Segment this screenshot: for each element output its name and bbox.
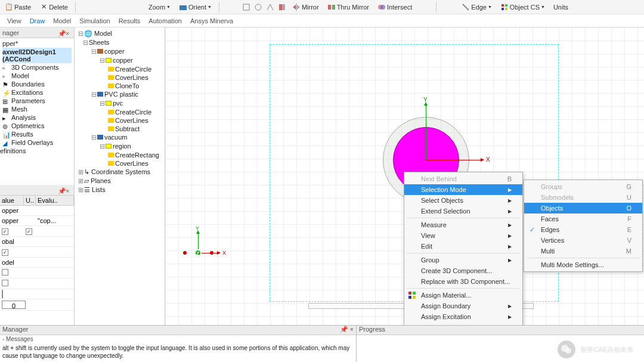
tree-op[interactable]: CreateCircle: [76, 108, 163, 116]
tool-icon[interactable]: [242, 3, 250, 11]
close-icon[interactable]: ×: [66, 187, 72, 193]
orient-button[interactable]: Orient▼: [177, 3, 214, 11]
prop-cell[interactable]: opper: [0, 216, 24, 225]
tree-pvc[interactable]: ⊟PVC plastic: [76, 90, 163, 99]
design-node[interactable]: axwell2DDesign1 (ACCond: [2, 48, 72, 63]
tree-pvc-child[interactable]: ⊟pvc: [76, 99, 163, 108]
tree-coord[interactable]: ⊞↳ Coordinate Systems: [76, 168, 163, 177]
units-button[interactable]: Units: [551, 4, 571, 11]
paste-button[interactable]: 📋Paste: [2, 3, 33, 11]
tree-op[interactable]: CoverLines: [76, 116, 163, 125]
prop-cell[interactable]: [0, 279, 24, 289]
menu-draw[interactable]: Draw: [30, 17, 45, 24]
prop-cell[interactable]: ✓: [0, 247, 24, 257]
close-icon[interactable]: ×: [350, 326, 354, 333]
prop-cell[interactable]: ✓: [24, 226, 36, 236]
mirror-button[interactable]: Mirror: [290, 3, 321, 11]
tool-icon[interactable]: [278, 3, 286, 11]
tree-op[interactable]: Subtract: [76, 125, 163, 133]
checkbox[interactable]: ✓: [2, 249, 8, 256]
col-unit[interactable]: U..: [24, 196, 36, 205]
project-tree[interactable]: pper* axwell2DDesign1 (ACCond ▫3D Compon…: [0, 38, 74, 156]
ctx-select-objects[interactable]: Select Objects▶: [404, 195, 522, 206]
col-value[interactable]: alue: [0, 196, 24, 205]
checkbox[interactable]: ✓: [26, 228, 32, 235]
transparency-field[interactable]: 0: [0, 299, 24, 310]
menu-model[interactable]: Model: [53, 17, 71, 24]
tree-item[interactable]: 📊Results: [2, 130, 72, 138]
tree-op[interactable]: CoverLines: [76, 73, 163, 82]
ctx-assign-material[interactable]: Assign Material...: [404, 290, 522, 301]
intersect-button[interactable]: Intersect: [375, 3, 414, 11]
checkbox[interactable]: [2, 280, 8, 286]
tree-op[interactable]: CoverLines: [76, 159, 163, 168]
sub-multi-settings[interactable]: Multi Mode Settings...: [524, 259, 642, 270]
sub-edges[interactable]: ✓EdgesE: [524, 224, 642, 235]
tree-item[interactable]: ◢Field Overlays: [2, 138, 72, 147]
tree-item[interactable]: ▫3D Components: [2, 63, 72, 72]
delete-button[interactable]: ✕Delete: [37, 3, 70, 11]
tree-item[interactable]: ⚡Excitations: [2, 88, 72, 97]
ctx-group[interactable]: Group▶: [404, 255, 522, 265]
tree-model[interactable]: ⊟🌐 Model: [76, 29, 163, 38]
ctx-assign-excitation[interactable]: Assign Excitation▶: [404, 311, 522, 322]
ctx-assign-boundary[interactable]: Assign Boundary▶: [404, 301, 522, 311]
tree-op[interactable]: CreateRectang: [76, 151, 163, 159]
model-tree[interactable]: ⊟🌐 Model ⊟Sheets ⊟copper ⊟copper CreateC…: [75, 27, 165, 196]
menu-simulation[interactable]: Simulation: [79, 17, 110, 24]
tree-op[interactable]: CloneTo: [76, 82, 163, 90]
sub-faces[interactable]: FacesF: [524, 214, 642, 224]
menu-results[interactable]: Results: [119, 17, 141, 24]
pin-icon[interactable]: 📌: [58, 30, 64, 36]
ctx-create-3d[interactable]: Create 3D Component...: [404, 265, 522, 276]
tool-icon[interactable]: [266, 3, 274, 11]
tree-item[interactable]: ⊚Optimetrics: [2, 122, 72, 130]
tree-item[interactable]: ▫Model: [2, 72, 72, 80]
close-icon[interactable]: ×: [66, 30, 72, 36]
ctx-replace-3d[interactable]: Replace with 3D Component...: [404, 276, 522, 287]
zoom-button[interactable]: Zoom▼: [146, 4, 173, 11]
prop-cell[interactable]: odel: [0, 258, 24, 267]
checkbox[interactable]: ✓: [2, 228, 8, 235]
ctx-measure[interactable]: Measure▶: [404, 219, 522, 230]
col-eval[interactable]: Evalu..: [36, 196, 74, 205]
color-swatch[interactable]: [0, 289, 24, 299]
edge-button[interactable]: Edge▼: [459, 3, 494, 11]
tool-icon[interactable]: [254, 3, 262, 11]
3d-canvas[interactable]: Y X Y X Z Next BehindB Selection Mode▶ S…: [165, 27, 644, 325]
prop-cell[interactable]: opper: [0, 206, 24, 215]
menu-view[interactable]: View: [7, 17, 21, 24]
ctx-extend-selection[interactable]: Extend Selection▶: [404, 206, 522, 216]
project-root[interactable]: pper*: [2, 39, 72, 48]
tree-item[interactable]: ⚑Boundaries: [2, 80, 72, 88]
pin-icon[interactable]: 📌: [58, 187, 64, 193]
tree-region[interactable]: ⊟region: [76, 142, 163, 151]
tree-item[interactable]: efinitions: [0, 147, 72, 155]
tree-op[interactable]: CreateCircle: [76, 65, 163, 73]
prop-cell[interactable]: [0, 268, 24, 278]
tree-sheets[interactable]: ⊟Sheets: [76, 38, 163, 47]
checkbox[interactable]: [2, 269, 8, 276]
sub-multi[interactable]: MultiM: [524, 246, 642, 256]
tree-item[interactable]: ▦Mesh: [2, 105, 72, 113]
thru-mirror-button[interactable]: Thru Mirror: [325, 3, 371, 11]
sub-objects[interactable]: ObjectsO: [524, 203, 642, 214]
ctx-edit[interactable]: Edit▶: [404, 241, 522, 252]
tree-vacuum[interactable]: ⊟vacuum: [76, 133, 163, 142]
object-cs-button[interactable]: Object CS▼: [498, 3, 547, 11]
sub-vertices[interactable]: VerticesV: [524, 235, 642, 246]
prop-cell[interactable]: obal: [0, 237, 24, 246]
tree-lists[interactable]: ⊞☰ Lists: [76, 185, 163, 194]
prop-cell[interactable]: "cop...: [36, 216, 74, 225]
tree-item[interactable]: ⊞Parameters: [2, 97, 72, 105]
tree-copper[interactable]: ⊟copper: [76, 47, 163, 56]
menu-automation[interactable]: Automation: [148, 17, 182, 24]
ctx-selection-mode[interactable]: Selection Mode▶: [404, 184, 522, 195]
ctx-view[interactable]: View▶: [404, 230, 522, 241]
tree-planes[interactable]: ⊞▱ Planes: [76, 177, 163, 185]
tree-copper-child[interactable]: ⊟copper: [76, 56, 163, 65]
menu-minerva[interactable]: Ansys Minerva: [190, 17, 233, 24]
prop-cell[interactable]: ✓: [0, 226, 24, 236]
pin-icon[interactable]: 📌: [340, 326, 348, 333]
tree-item[interactable]: ▸Analysis: [2, 113, 72, 122]
